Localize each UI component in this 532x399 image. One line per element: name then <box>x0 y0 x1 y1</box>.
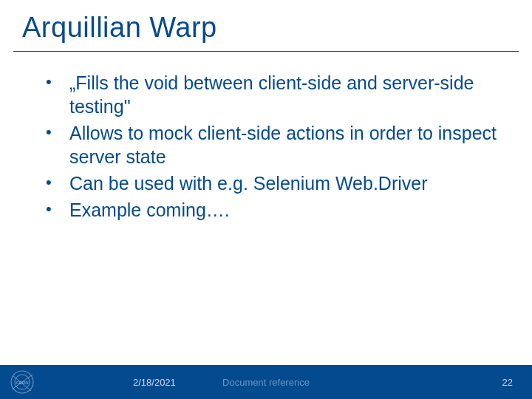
bullet-item: Example coming…. <box>44 198 498 222</box>
slide-footer: CERN 2/18/2021 Document reference 22 <box>0 365 532 399</box>
cern-logo-icon: CERN <box>0 369 44 395</box>
slide-title: Arquillian Warp <box>0 0 532 51</box>
bullet-item: Allows to mock client-side actions in or… <box>44 121 498 168</box>
svg-text:CERN: CERN <box>16 381 28 385</box>
slide-body: „Fills the void between client-side and … <box>0 52 532 399</box>
bullet-item: „Fills the void between client-side and … <box>44 71 498 118</box>
bullet-item: Can be used with e.g. Selenium Web.Drive… <box>44 171 498 195</box>
slide: Arquillian Warp „Fills the void between … <box>0 0 532 399</box>
footer-docref: Document reference <box>0 377 532 388</box>
footer-date: 2/18/2021 <box>133 377 176 388</box>
footer-page-number: 22 <box>502 377 513 388</box>
bullet-list: „Fills the void between client-side and … <box>44 71 498 222</box>
